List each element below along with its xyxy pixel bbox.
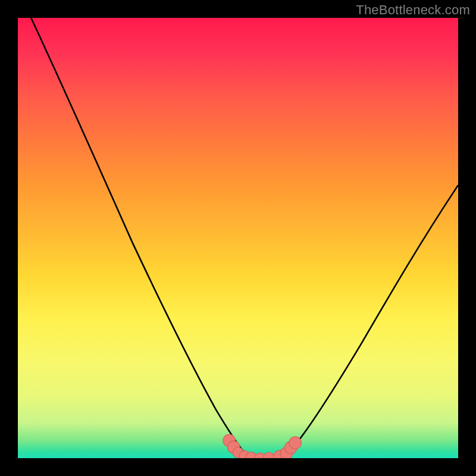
curve-svg <box>18 18 458 458</box>
bottleneck-markers <box>223 434 302 458</box>
curve-right-branch <box>260 185 458 458</box>
curve-left-branch <box>31 18 260 458</box>
chart-frame: TheBottleneck.com <box>0 0 476 476</box>
svg-point-10 <box>289 437 302 449</box>
plot-area <box>18 18 458 458</box>
watermark-text: TheBottleneck.com <box>356 2 470 18</box>
svg-point-6 <box>264 452 274 458</box>
